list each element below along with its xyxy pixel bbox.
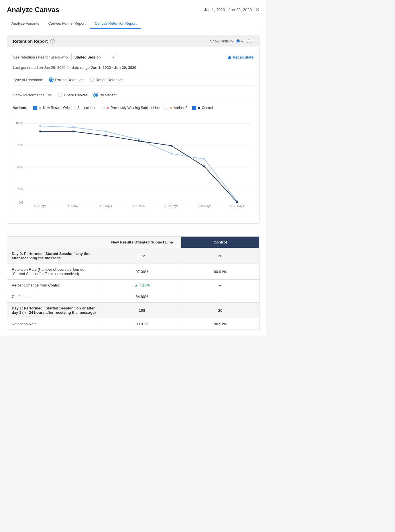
tab-canvas-retention-report[interactable]: Canvas Retention Report <box>90 18 141 29</box>
variant-1-dot <box>107 107 109 109</box>
variant-item-1[interactable]: Previously Winning Subject Line <box>101 106 160 110</box>
retention-data-table: New Results Oriented Subject Line Contro… <box>7 236 260 330</box>
variant-3-label: Control <box>202 106 213 110</box>
variant-0-checkbox[interactable] <box>33 106 37 110</box>
svg-text:100%: 100% <box>15 121 23 125</box>
svg-point-19 <box>105 135 107 137</box>
svg-text:25%: 25% <box>17 187 23 191</box>
row-3-val-1: -- <box>181 291 259 303</box>
row-3-label: Confidence <box>7 291 103 303</box>
retention-type-row: Type of Retention: Rolling Retention Ran… <box>13 74 253 86</box>
page-title: Analyze Canvas <box>7 6 59 14</box>
card-header: Retention Report i Show Units in: % # <box>7 35 259 47</box>
table-row: Day 0: Performed "Started Session" any t… <box>7 248 260 264</box>
svg-point-14 <box>170 153 172 155</box>
svg-text:75%: 75% <box>17 143 23 147</box>
row-4-val-1: 20 <box>181 303 259 318</box>
row-5-val-0: 93.91% <box>103 318 181 330</box>
retention-type-label: Type of Retention: <box>13 78 43 82</box>
rolling-retention-radio[interactable]: Rolling Retention <box>49 77 84 82</box>
col-header-control: Control <box>181 237 259 248</box>
svg-point-15 <box>203 158 205 160</box>
performance-row: Show Performance For: Entire Canvas By V… <box>13 89 253 101</box>
row-0-label: Day 0: Performed "Started Session" any t… <box>7 248 103 264</box>
close-icon[interactable]: ✕ <box>255 7 260 13</box>
svg-point-17 <box>39 130 41 132</box>
recalculate-icon: ⊞ <box>227 54 231 60</box>
svg-point-18 <box>72 130 74 132</box>
variants-row: Variants: New Results Oriented Subject L… <box>13 106 253 110</box>
svg-point-23 <box>236 201 238 203</box>
variant-3-checkbox[interactable] <box>192 106 196 110</box>
show-units-label: Show Units in: <box>210 39 234 43</box>
svg-text:> 7 Days: > 7 Days <box>133 204 145 208</box>
recalculate-button[interactable]: ⊞ Recalculate <box>227 54 253 60</box>
variant-0-dot <box>39 107 41 109</box>
row-2-val-0: ▲ 7.13% <box>103 280 181 291</box>
units-hash-radio[interactable]: # <box>247 39 253 43</box>
retention-card: Retention Report i Show Units in: % # Se… <box>7 35 260 224</box>
row-1-val-1: 90.91% <box>181 264 259 280</box>
svg-point-20 <box>138 140 140 142</box>
svg-text:50%: 50% <box>17 165 23 169</box>
variant-item-2[interactable]: Variant 3 <box>164 106 187 110</box>
row-0-val-1: 20 <box>181 248 259 264</box>
svg-text:> 30 Days: > 30 Days <box>230 204 244 208</box>
svg-text:> 3 Days: > 3 Days <box>100 204 112 208</box>
tabs-container: Analyze Variants Canvas Funnel Report Ca… <box>7 18 260 29</box>
svg-point-13 <box>138 139 140 141</box>
row-2-val-1: -- <box>181 280 259 291</box>
col-header-label <box>7 237 103 248</box>
variant-item-3[interactable]: Control <box>192 106 213 110</box>
variant-0-label: New Results Oriented Subject Line <box>43 106 96 110</box>
entire-canvas-radio[interactable]: Entire Canvas <box>58 93 88 97</box>
row-3-val-0: 84.80% <box>103 291 181 303</box>
variant-2-dot <box>170 107 172 109</box>
row-0-val-0: 112 <box>103 248 181 264</box>
entire-canvas-radio-circle <box>58 93 62 97</box>
retention-chart: 100% 75% 50% 25% 0% <box>13 114 253 212</box>
row-1-label: Retention Rate (Number of users performe… <box>7 264 103 280</box>
table-row: Percent Change from Control ▲ 7.13% -- <box>7 280 260 291</box>
table-row: Retention Rate 93.91% 90.91% <box>7 318 260 330</box>
event-selector[interactable]: Started Session Made Purchase Opened Ema… <box>71 53 117 61</box>
data-table-wrapper: New Results Oriented Subject Line Contro… <box>7 231 260 330</box>
event-dropdown[interactable]: Started Session Made Purchase Opened Ema… <box>71 53 117 61</box>
filter-row: See retention rates for users who Starte… <box>13 53 253 61</box>
variant-2-checkbox[interactable] <box>164 106 168 110</box>
row-4-val-0: 108 <box>103 303 181 318</box>
variants-label: Variants: <box>13 106 29 110</box>
svg-point-21 <box>170 145 172 147</box>
by-variant-radio-circle <box>93 93 98 97</box>
info-icon[interactable]: i <box>50 39 55 44</box>
range-retention-radio-circle <box>89 77 94 82</box>
svg-text:> 21 Days: > 21 Days <box>197 204 211 208</box>
variant-2-label: Variant 3 <box>174 106 187 110</box>
date-info: Last generated on Jun 29, 2020 for date … <box>13 65 253 70</box>
range-retention-radio[interactable]: Range Retention <box>89 77 124 82</box>
variant-item-0[interactable]: New Results Oriented Subject Line <box>33 106 96 110</box>
filter-label: See retention rates for users who <box>13 55 68 59</box>
by-variant-radio[interactable]: By Variant <box>93 93 117 97</box>
performance-label: Show Performance For: <box>13 93 52 97</box>
svg-point-12 <box>105 130 107 132</box>
row-5-label: Retention Rate <box>7 318 103 330</box>
table-row: Day 1: Performed "Started Session" on or… <box>7 303 260 318</box>
row-2-label: Percent Change from Control <box>7 280 103 291</box>
date-range: Jun 1, 2020 - Jun 29, 2020 <box>204 7 252 12</box>
chart-svg: 100% 75% 50% 25% 0% <box>13 114 253 212</box>
card-title: Retention Report <box>13 39 48 44</box>
svg-point-10 <box>39 125 41 127</box>
table-row: Confidence 84.80% -- <box>7 291 260 303</box>
variant-1-checkbox[interactable] <box>101 106 105 110</box>
rolling-retention-radio-circle <box>49 77 54 82</box>
svg-point-22 <box>203 165 205 167</box>
svg-text:> 1 Day: > 1 Day <box>68 204 78 208</box>
tab-canvas-funnel-report[interactable]: Canvas Funnel Report <box>44 18 90 29</box>
tab-analyze-variants[interactable]: Analyze Variants <box>7 18 44 29</box>
row-5-val-1: 90.91% <box>181 318 259 330</box>
svg-text:0%: 0% <box>19 201 23 204</box>
units-percent-radio[interactable]: % <box>236 39 244 43</box>
col-header-new-results: New Results Oriented Subject Line <box>103 237 181 248</box>
variant-3-dot <box>198 107 200 109</box>
